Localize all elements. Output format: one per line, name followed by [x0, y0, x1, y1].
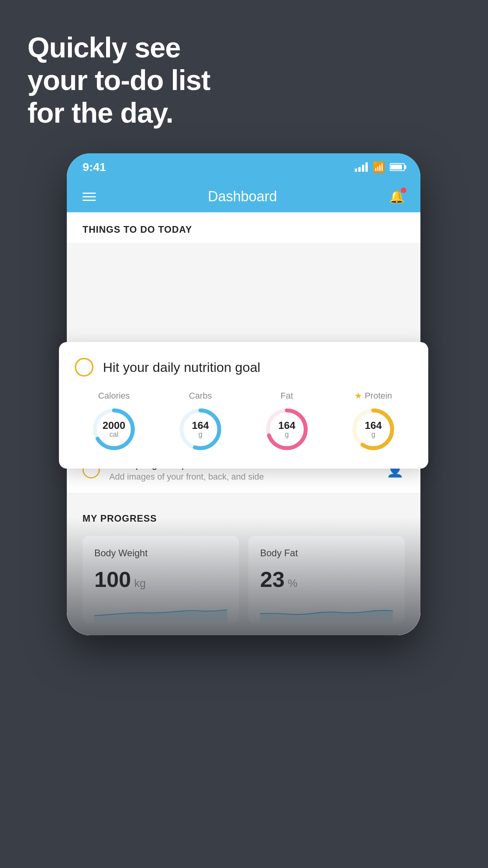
nutrition-carbs: Carbs 164 g [177, 391, 224, 453]
status-bar: 9:41 📶 [67, 153, 420, 181]
calories-label: Calories [98, 391, 130, 401]
protein-value-text: 164 g [365, 420, 382, 439]
fat-donut: 164 g [263, 406, 310, 453]
calories-value-text: 2000 cal [103, 420, 125, 439]
nutrition-fat: Fat 164 g [263, 391, 310, 453]
carbs-donut: 164 g [177, 406, 224, 453]
protein-label: ★ Protein [354, 391, 392, 401]
calories-donut: 2000 cal [90, 406, 138, 453]
nutrition-check-circle[interactable] [75, 358, 94, 377]
fat-label: Fat [281, 391, 293, 401]
todo-subtitle-photos: Add images of your front, back, and side [109, 472, 376, 482]
things-to-do-header: THINGS TO DO TODAY [67, 212, 420, 243]
phone-mockup: 9:41 📶 Dashboard 🔔 [67, 153, 420, 841]
status-icons: 📶 [355, 161, 405, 173]
things-title: THINGS TO DO TODAY [83, 224, 192, 235]
carbs-value-text: 164 g [192, 420, 209, 439]
nutrition-card[interactable]: Hit your daily nutrition goal Calories 2… [59, 342, 428, 469]
app-header: Dashboard 🔔 [67, 181, 420, 212]
carbs-label: Carbs [189, 391, 212, 401]
fat-value-text: 164 g [278, 420, 295, 439]
menu-icon[interactable] [83, 193, 96, 201]
status-time: 9:41 [83, 160, 106, 174]
nutrition-circles: Calories 2000 cal Carbs [75, 391, 413, 453]
protein-donut: 164 g [350, 406, 397, 453]
nutrition-card-header: Hit your daily nutrition goal [75, 358, 413, 377]
star-icon: ★ [354, 391, 362, 401]
bottom-overlay [67, 517, 420, 635]
battery-icon [390, 163, 405, 171]
nutrition-card-title: Hit your daily nutrition goal [103, 360, 261, 375]
header-title: Dashboard [208, 188, 277, 205]
nutrition-protein: ★ Protein 164 g [350, 391, 397, 453]
hero-text: Quickly see your to-do list for the day. [28, 31, 210, 129]
nutrition-calories: Calories 2000 cal [90, 391, 138, 453]
notification-bell[interactable]: 🔔 [389, 189, 405, 204]
signal-icon [355, 162, 368, 172]
wifi-icon: 📶 [372, 161, 385, 173]
notification-dot [401, 188, 406, 193]
